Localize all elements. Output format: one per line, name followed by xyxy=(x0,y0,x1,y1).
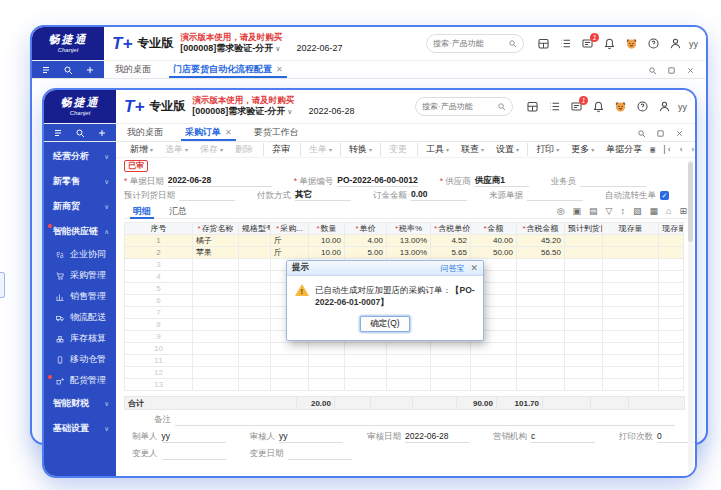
cell-seq[interactable]: 11 xyxy=(125,355,193,367)
cell-spec[interactable] xyxy=(239,295,271,307)
cell-tax-rate[interactable]: 13.00% xyxy=(387,247,431,259)
cell-stock[interactable] xyxy=(603,259,659,271)
username[interactable]: yy xyxy=(678,102,687,112)
cell-unit[interactable] xyxy=(271,343,309,355)
cell-tax-price[interactable] xyxy=(431,355,471,367)
toolbar-button[interactable]: 生单▾ xyxy=(303,143,341,156)
fullscreen-grid-icon[interactable]: ⊞ xyxy=(679,207,687,216)
tasks-icon[interactable] xyxy=(548,100,561,113)
workspace-tab[interactable]: 我的桌面✕ xyxy=(104,61,162,78)
user-icon[interactable] xyxy=(658,100,671,113)
toolbar-button[interactable]: 删除 xyxy=(229,143,264,156)
next-doc-icon[interactable]: › xyxy=(690,145,695,154)
cell-stock-note[interactable] xyxy=(659,307,684,319)
search-icon[interactable] xyxy=(75,124,85,142)
locate-doc-icon[interactable]: ▣ xyxy=(650,145,655,154)
toolbar-button[interactable]: 弃审 xyxy=(266,143,301,156)
cell-seq[interactable]: 10 xyxy=(125,343,193,355)
collapse-menu-icon[interactable] xyxy=(41,61,51,79)
search-input[interactable] xyxy=(433,39,505,48)
filter-icon[interactable]: ▽ xyxy=(606,207,613,216)
column-header[interactable]: 单价 xyxy=(345,223,387,235)
cell-item-name[interactable] xyxy=(193,295,239,307)
cell-tax-amount[interactable] xyxy=(517,331,565,343)
collapse-menu-icon[interactable] xyxy=(53,124,63,142)
cell-tax-amount[interactable] xyxy=(517,307,565,319)
cell-stock-note[interactable] xyxy=(659,235,684,247)
cell-qty[interactable]: 10.00 xyxy=(309,247,345,259)
cell-stock-note[interactable] xyxy=(659,283,684,295)
assistant-mascot-icon[interactable] xyxy=(614,100,627,113)
fullscreen-icon[interactable] xyxy=(667,61,676,79)
cell-tax-rate[interactable] xyxy=(387,379,431,391)
field-value[interactable]: 2022-06-28 xyxy=(168,175,272,187)
close-icon[interactable]: ✕ xyxy=(470,263,478,273)
search-icon[interactable] xyxy=(637,124,646,142)
detail-tab[interactable]: 明细 xyxy=(124,204,160,218)
cell-price[interactable] xyxy=(345,367,387,379)
cell-seq[interactable]: 6 xyxy=(125,295,193,307)
product-search-box[interactable] xyxy=(415,97,513,116)
cell-qty[interactable] xyxy=(309,355,345,367)
cell-seq[interactable]: 2 xyxy=(125,247,193,259)
cell-amount[interactable] xyxy=(471,355,517,367)
table-row[interactable]: 11 xyxy=(125,355,684,367)
cell-stock-note[interactable] xyxy=(659,319,684,331)
cell-seq[interactable]: 4 xyxy=(125,271,193,283)
cell-spec[interactable] xyxy=(239,343,271,355)
cell-tax-amount[interactable] xyxy=(517,295,565,307)
cell-eta[interactable] xyxy=(565,295,603,307)
close-tab-icon[interactable]: ✕ xyxy=(225,128,232,137)
cell-item-name[interactable] xyxy=(193,271,239,283)
column-header[interactable]: 税率% xyxy=(387,223,431,235)
cell-amount[interactable] xyxy=(471,367,517,379)
field-value[interactable] xyxy=(179,200,235,201)
account-switcher[interactable]: [000008]需求验证-分开∨ xyxy=(180,43,280,53)
toolbar-button[interactable]: 单据分享 xyxy=(600,143,650,156)
cell-stock-note[interactable] xyxy=(659,355,684,367)
toolbar-button[interactable]: 保存▾ xyxy=(194,143,229,156)
cell-eta[interactable] xyxy=(565,319,603,331)
cell-price[interactable]: 5.00 xyxy=(345,247,387,259)
cell-unit[interactable] xyxy=(271,355,309,367)
cell-stock[interactable] xyxy=(603,331,659,343)
cell-eta[interactable] xyxy=(565,355,603,367)
cell-seq[interactable]: 3 xyxy=(125,259,193,271)
cell-spec[interactable] xyxy=(239,283,271,295)
field-value[interactable]: yy xyxy=(162,431,226,443)
table-row[interactable]: 12 xyxy=(125,367,684,379)
bell-icon[interactable] xyxy=(592,100,605,113)
toolbar-button[interactable]: 更多▾ xyxy=(565,143,600,156)
cell-eta[interactable] xyxy=(565,235,603,247)
demo-notice-link[interactable]: 演示版本使用，请及时购买 xyxy=(180,33,342,43)
column-header[interactable]: 金额 xyxy=(471,223,517,235)
cell-spec[interactable] xyxy=(239,379,271,391)
field-value[interactable]: 2022-06-28 xyxy=(405,431,469,443)
field-value[interactable] xyxy=(162,459,226,460)
new-tab-icon[interactable] xyxy=(85,61,95,79)
home-icon[interactable]: ⌂ xyxy=(666,207,671,216)
cell-tax-amount[interactable] xyxy=(517,343,565,355)
column-header[interactable]: 现存量说明 xyxy=(659,223,684,235)
cell-price[interactable]: 4.00 xyxy=(345,235,387,247)
vertical-scrollbar[interactable] xyxy=(688,160,693,472)
cell-item-name[interactable] xyxy=(193,331,239,343)
cell-eta[interactable] xyxy=(565,283,603,295)
table-row[interactable]: 10 xyxy=(125,343,684,355)
copy-row-icon[interactable]: ▣ xyxy=(573,207,582,216)
cell-seq[interactable]: 7 xyxy=(125,307,193,319)
first-doc-icon[interactable]: |‹ xyxy=(662,145,672,154)
table-row[interactable]: 13 xyxy=(125,379,684,391)
cell-spec[interactable] xyxy=(239,367,271,379)
cell-seq[interactable]: 8 xyxy=(125,319,193,331)
column-setting-icon[interactable]: ▦ xyxy=(650,207,659,216)
cell-tax-rate[interactable] xyxy=(387,367,431,379)
cell-tax-price[interactable] xyxy=(431,343,471,355)
cell-amount[interactable] xyxy=(471,343,517,355)
cell-stock[interactable] xyxy=(603,271,659,283)
scrollbar-thumb[interactable] xyxy=(688,162,693,242)
cell-spec[interactable] xyxy=(239,355,271,367)
cell-amount[interactable]: 50.00 xyxy=(471,247,517,259)
sort-icon[interactable]: ↕ xyxy=(620,207,625,216)
cell-eta[interactable] xyxy=(565,367,603,379)
